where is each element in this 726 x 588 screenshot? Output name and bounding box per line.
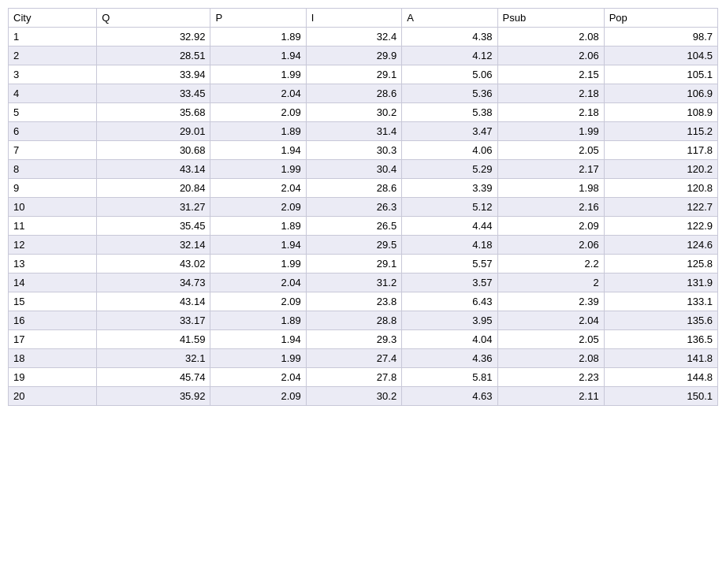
- cell-a: 4.38: [402, 28, 497, 47]
- cell-i: 29.3: [306, 330, 401, 349]
- cell-pop: 98.7: [604, 28, 717, 47]
- cell-city: 6: [9, 122, 97, 141]
- cell-psub: 2.18: [497, 84, 604, 103]
- cell-psub: 2.08: [497, 28, 604, 47]
- cell-a: 3.57: [402, 274, 497, 292]
- cell-pop: 125.8: [604, 255, 717, 274]
- cell-i: 28.6: [306, 179, 401, 198]
- cell-i: 29.1: [306, 255, 401, 274]
- col-header-i: I: [306, 9, 401, 28]
- cell-q: 43.14: [97, 160, 210, 179]
- col-header-city: City: [9, 9, 97, 28]
- cell-i: 26.3: [306, 198, 401, 217]
- cell-psub: 2.04: [497, 311, 604, 330]
- table-row: 629.011.8931.43.471.99115.2: [9, 122, 718, 141]
- cell-i: 28.8: [306, 311, 401, 330]
- cell-psub: 1.99: [497, 122, 604, 141]
- cell-q: 32.14: [97, 236, 210, 255]
- table-row: 730.681.9430.34.062.05117.8: [9, 141, 718, 160]
- cell-psub: 2.06: [497, 236, 604, 255]
- cell-p: 1.94: [210, 47, 306, 65]
- cell-i: 29.5: [306, 236, 401, 255]
- cell-city: 17: [9, 330, 97, 349]
- table-row: 132.921.8932.44.382.0898.7: [9, 28, 718, 47]
- cell-p: 2.04: [210, 274, 306, 292]
- cell-p: 1.94: [210, 236, 306, 255]
- cell-psub: 2.2: [497, 255, 604, 274]
- table-row: 1135.451.8926.54.442.09122.9: [9, 217, 718, 236]
- cell-a: 4.44: [402, 217, 497, 236]
- col-header-psub: Psub: [497, 9, 604, 28]
- cell-city: 11: [9, 217, 97, 236]
- cell-pop: 106.9: [604, 84, 717, 103]
- cell-p: 1.94: [210, 141, 306, 160]
- cell-i: 30.2: [306, 387, 401, 406]
- cell-city: 19: [9, 368, 97, 387]
- cell-a: 3.95: [402, 311, 497, 330]
- cell-a: 5.12: [402, 198, 497, 217]
- cell-pop: 115.2: [604, 122, 717, 141]
- cell-i: 29.9: [306, 47, 401, 65]
- cell-city: 4: [9, 84, 97, 103]
- cell-i: 30.2: [306, 103, 401, 122]
- cell-city: 9: [9, 179, 97, 198]
- cell-q: 35.45: [97, 217, 210, 236]
- cell-city: 3: [9, 65, 97, 84]
- table-row: 1343.021.9929.15.572.2125.8: [9, 255, 718, 274]
- table-container: City Q P I A Psub Pop 132.921.8932.44.38…: [0, 0, 726, 588]
- cell-q: 32.92: [97, 28, 210, 47]
- cell-psub: 2.18: [497, 103, 604, 122]
- cell-q: 20.84: [97, 179, 210, 198]
- cell-i: 28.6: [306, 84, 401, 103]
- cell-pop: 117.8: [604, 141, 717, 160]
- cell-city: 2: [9, 47, 97, 65]
- table-row: 1945.742.0427.85.812.23144.8: [9, 368, 718, 387]
- table-row: 1741.591.9429.34.042.05136.5: [9, 330, 718, 349]
- cell-a: 5.81: [402, 368, 497, 387]
- cell-psub: 2.15: [497, 65, 604, 84]
- header-row: City Q P I A Psub Pop: [9, 9, 718, 28]
- cell-q: 33.94: [97, 65, 210, 84]
- cell-p: 1.89: [210, 28, 306, 47]
- cell-city: 1: [9, 28, 97, 47]
- cell-pop: 124.6: [604, 236, 717, 255]
- cell-i: 27.4: [306, 349, 401, 368]
- cell-q: 33.45: [97, 84, 210, 103]
- cell-psub: 2.23: [497, 368, 604, 387]
- cell-pop: 108.9: [604, 103, 717, 122]
- cell-q: 43.14: [97, 292, 210, 311]
- cell-psub: 2.16: [497, 198, 604, 217]
- cell-city: 13: [9, 255, 97, 274]
- cell-p: 2.04: [210, 84, 306, 103]
- cell-i: 31.4: [306, 122, 401, 141]
- cell-p: 2.09: [210, 387, 306, 406]
- cell-a: 4.04: [402, 330, 497, 349]
- cell-psub: 2.09: [497, 217, 604, 236]
- cell-q: 41.59: [97, 330, 210, 349]
- table-row: 535.682.0930.25.382.18108.9: [9, 103, 718, 122]
- cell-pop: 122.9: [604, 217, 717, 236]
- cell-pop: 150.1: [604, 387, 717, 406]
- cell-a: 5.29: [402, 160, 497, 179]
- table-row: 1832.11.9927.44.362.08141.8: [9, 349, 718, 368]
- table-row: 333.941.9929.15.062.15105.1: [9, 65, 718, 84]
- cell-pop: 144.8: [604, 368, 717, 387]
- cell-psub: 2: [497, 274, 604, 292]
- cell-a: 3.47: [402, 122, 497, 141]
- table-row: 1633.171.8928.83.952.04135.6: [9, 311, 718, 330]
- cell-pop: 104.5: [604, 47, 717, 65]
- cell-a: 4.06: [402, 141, 497, 160]
- cell-q: 43.02: [97, 255, 210, 274]
- cell-a: 5.38: [402, 103, 497, 122]
- col-header-p: P: [210, 9, 306, 28]
- cell-p: 1.89: [210, 122, 306, 141]
- cell-q: 31.27: [97, 198, 210, 217]
- cell-i: 31.2: [306, 274, 401, 292]
- cell-a: 4.12: [402, 47, 497, 65]
- cell-q: 35.68: [97, 103, 210, 122]
- cell-city: 8: [9, 160, 97, 179]
- cell-a: 5.06: [402, 65, 497, 84]
- cell-psub: 2.06: [497, 47, 604, 65]
- col-header-a: A: [402, 9, 497, 28]
- table-row: 1434.732.0431.23.572131.9: [9, 274, 718, 292]
